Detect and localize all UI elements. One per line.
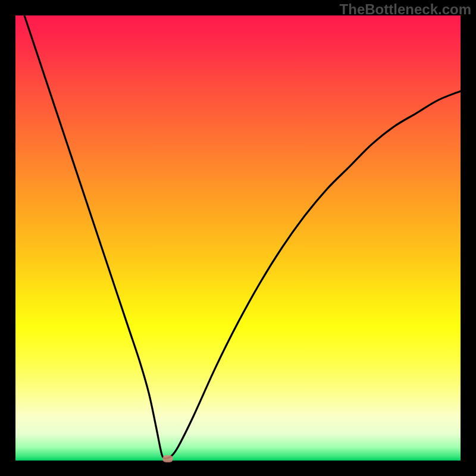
chart-container: TheBottleneck.com	[0, 0, 476, 476]
plot-area	[15, 15, 461, 461]
optimal-point-marker	[162, 455, 173, 462]
bottleneck-curve	[15, 15, 461, 461]
watermark-text: TheBottleneck.com	[340, 1, 471, 18]
